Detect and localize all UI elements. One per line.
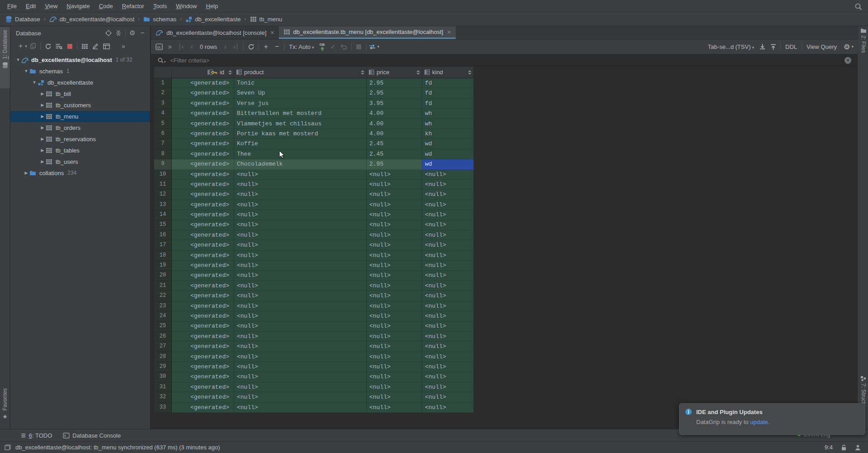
- row-number[interactable]: 26: [154, 332, 172, 342]
- panel-settings-icon[interactable]: ⚙: [127, 28, 137, 38]
- menu-navigate[interactable]: Navigate: [62, 0, 94, 12]
- chevron-down-icon[interactable]: ▼: [15, 54, 21, 66]
- chevron-right-icon[interactable]: ▶: [39, 88, 46, 100]
- cell-id[interactable]: <generated>: [172, 210, 234, 220]
- compare-icon[interactable]: ▾: [368, 41, 380, 52]
- lock-icon[interactable]: [841, 444, 847, 451]
- tab-tb-menu[interactable]: db_excellenttaste.tb_menu [db_excellentt…: [279, 26, 456, 39]
- close-icon[interactable]: ×: [446, 29, 451, 36]
- row-number[interactable]: 1: [154, 78, 172, 88]
- cell-price[interactable]: <null>: [367, 200, 422, 210]
- row-number[interactable]: 15: [154, 220, 172, 230]
- stripe-tab-database[interactable]: 1: Database: [0, 27, 10, 88]
- cell-kind[interactable]: <null>: [422, 311, 474, 321]
- row-number[interactable]: 19: [154, 261, 172, 271]
- cell-id[interactable]: <generated>: [172, 170, 234, 180]
- cell-product[interactable]: <null>: [234, 240, 367, 250]
- menu-code[interactable]: Code: [94, 0, 118, 12]
- duplicate-icon[interactable]: [28, 41, 38, 51]
- row-number[interactable]: 3: [154, 99, 172, 109]
- cell-id[interactable]: <generated>: [172, 311, 234, 321]
- breadcrumb-item-schemas[interactable]: schemas: [142, 16, 178, 23]
- row-number[interactable]: 10: [154, 170, 172, 180]
- cell-product[interactable]: <null>: [234, 271, 367, 281]
- cell-price[interactable]: 2.95: [367, 159, 422, 169]
- notification-popup[interactable]: IDE and Plugin Updates DataGrip is ready…: [679, 403, 865, 435]
- cell-product[interactable]: Koffie: [234, 139, 367, 149]
- cell-kind[interactable]: <null>: [422, 372, 474, 382]
- column-header-kind[interactable]: kind: [422, 67, 474, 78]
- row-number[interactable]: 8: [154, 149, 172, 159]
- cell-id[interactable]: <generated>: [172, 159, 234, 169]
- cell-product[interactable]: <null>: [234, 403, 367, 413]
- cell-kind[interactable]: wh: [422, 119, 474, 129]
- cell-kind[interactable]: <null>: [422, 291, 474, 301]
- row-number[interactable]: 18: [154, 251, 172, 261]
- sidebar-item-tb-customers[interactable]: ▶tb_customers: [10, 100, 150, 111]
- cell-product[interactable]: <null>: [234, 210, 367, 220]
- sidebar-item-tb-menu[interactable]: ▶tb_menu: [10, 111, 150, 122]
- sidebar-item-tb-reservations[interactable]: ▶tb_reservations: [10, 134, 150, 145]
- sort-icon[interactable]: [359, 70, 364, 75]
- cell-kind[interactable]: wd: [422, 159, 474, 169]
- prev-page-icon[interactable]: ‹: [186, 41, 197, 52]
- menu-window[interactable]: Window: [171, 0, 201, 12]
- cell-price[interactable]: <null>: [367, 261, 422, 271]
- row-number[interactable]: 29: [154, 362, 172, 372]
- sidebar-item-tb-orders[interactable]: ▶tb_orders: [10, 122, 150, 134]
- chevron-right-icon[interactable]: ▶: [39, 111, 46, 122]
- cell-product[interactable]: <null>: [234, 311, 367, 321]
- submit-db-icon[interactable]: DB: [317, 41, 328, 52]
- cell-id[interactable]: <generated>: [172, 301, 234, 311]
- sidebar-item-tb-users[interactable]: ▶tb_users: [10, 156, 150, 167]
- row-number[interactable]: 5: [154, 119, 172, 129]
- sidebar-item-tb-tables[interactable]: ▶tb_tables: [10, 145, 150, 156]
- cell-id[interactable]: <generated>: [172, 281, 234, 291]
- ddl-button[interactable]: DDL: [783, 43, 800, 50]
- refresh-icon[interactable]: [42, 41, 53, 51]
- row-number[interactable]: 12: [154, 190, 172, 200]
- cell-price[interactable]: 2.95: [367, 78, 422, 88]
- column-header-id[interactable]: id: [172, 67, 234, 78]
- cell-product[interactable]: <null>: [234, 170, 367, 180]
- user-icon[interactable]: [855, 444, 861, 451]
- sidebar-item-schemas[interactable]: ▼schemas1: [10, 66, 150, 77]
- cell-kind[interactable]: fd: [422, 99, 474, 109]
- row-number[interactable]: 33: [154, 403, 172, 413]
- filter-search-icon[interactable]: ▾: [157, 57, 166, 64]
- cell-id[interactable]: <generated>: [172, 99, 234, 109]
- add-datasource-icon[interactable]: ＋▾: [17, 41, 28, 51]
- cell-id[interactable]: <generated>: [172, 200, 234, 210]
- chevron-right-icon[interactable]: ▶: [39, 156, 46, 167]
- modify-table-icon[interactable]: [101, 41, 112, 51]
- cell-kind[interactable]: <null>: [422, 210, 474, 220]
- cell-kind[interactable]: <null>: [422, 190, 474, 200]
- cell-id[interactable]: <generated>: [172, 392, 234, 402]
- cell-kind[interactable]: wh: [422, 109, 474, 119]
- caret-position[interactable]: 9:4: [825, 444, 833, 451]
- cell-product[interactable]: <null>: [234, 180, 367, 190]
- cell-product[interactable]: <null>: [234, 392, 367, 402]
- cell-id[interactable]: <generated>: [172, 403, 234, 413]
- filter-input[interactable]: <Filter criteria>: [166, 57, 210, 64]
- jump-to-data-icon[interactable]: [79, 41, 90, 51]
- console-output-icon[interactable]: QL: [154, 41, 165, 52]
- cell-id[interactable]: <generated>: [172, 190, 234, 200]
- row-number[interactable]: 2: [154, 88, 172, 98]
- row-number[interactable]: 23: [154, 301, 172, 311]
- import-data-icon[interactable]: [768, 41, 778, 52]
- cell-kind[interactable]: <null>: [422, 230, 474, 240]
- cell-price[interactable]: 4.00: [367, 109, 422, 119]
- cell-kind[interactable]: <null>: [422, 403, 474, 413]
- export-data-icon[interactable]: [757, 41, 768, 52]
- cell-id[interactable]: <generated>: [172, 180, 234, 190]
- datasource-properties-icon[interactable]: [53, 41, 64, 51]
- cell-kind[interactable]: <null>: [422, 200, 474, 210]
- cell-product[interactable]: <null>: [234, 382, 367, 392]
- next-page-icon[interactable]: ›: [220, 41, 231, 52]
- row-number[interactable]: 28: [154, 352, 172, 362]
- breadcrumb-item-db-excellenttaste-localhost[interactable]: db_excellenttaste@localhost: [47, 16, 137, 23]
- row-number[interactable]: 4: [154, 109, 172, 119]
- cell-kind[interactable]: fd: [422, 78, 474, 88]
- row-number[interactable]: 24: [154, 311, 172, 321]
